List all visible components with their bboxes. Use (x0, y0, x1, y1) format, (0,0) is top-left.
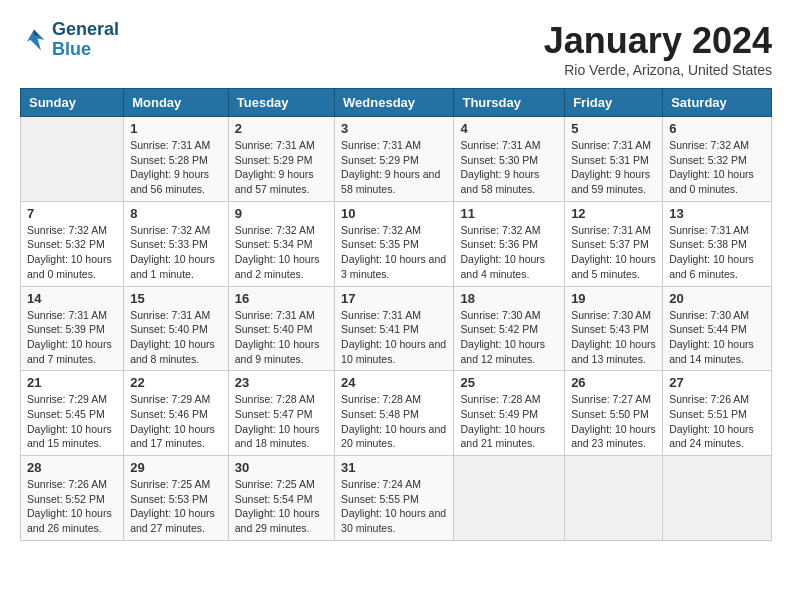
sunrise-label: Sunrise: 7:26 AM (27, 478, 107, 490)
day-info: Sunrise: 7:31 AM Sunset: 5:29 PM Dayligh… (235, 138, 328, 197)
sunset-label: Sunset: 5:34 PM (235, 238, 313, 250)
sunset-label: Sunset: 5:54 PM (235, 493, 313, 505)
sunset-label: Sunset: 5:44 PM (669, 323, 747, 335)
day-info: Sunrise: 7:32 AM Sunset: 5:35 PM Dayligh… (341, 223, 447, 282)
calendar-cell: 5 Sunrise: 7:31 AM Sunset: 5:31 PM Dayli… (565, 117, 663, 202)
day-info: Sunrise: 7:31 AM Sunset: 5:41 PM Dayligh… (341, 308, 447, 367)
day-info: Sunrise: 7:28 AM Sunset: 5:49 PM Dayligh… (460, 392, 558, 451)
calendar-cell: 7 Sunrise: 7:32 AM Sunset: 5:32 PM Dayli… (21, 201, 124, 286)
day-info: Sunrise: 7:31 AM Sunset: 5:40 PM Dayligh… (130, 308, 222, 367)
sunrise-label: Sunrise: 7:29 AM (130, 393, 210, 405)
sunrise-label: Sunrise: 7:31 AM (341, 139, 421, 151)
day-number: 4 (460, 121, 558, 136)
sunset-label: Sunset: 5:38 PM (669, 238, 747, 250)
day-info: Sunrise: 7:32 AM Sunset: 5:36 PM Dayligh… (460, 223, 558, 282)
sunset-label: Sunset: 5:39 PM (27, 323, 105, 335)
calendar-cell: 27 Sunrise: 7:26 AM Sunset: 5:51 PM Dayl… (663, 371, 772, 456)
calendar-cell: 29 Sunrise: 7:25 AM Sunset: 5:53 PM Dayl… (124, 456, 229, 541)
logo-text: General Blue (52, 20, 119, 60)
sunset-label: Sunset: 5:53 PM (130, 493, 208, 505)
sunset-label: Sunset: 5:36 PM (460, 238, 538, 250)
sunset-label: Sunset: 5:50 PM (571, 408, 649, 420)
day-number: 14 (27, 291, 117, 306)
sunrise-label: Sunrise: 7:31 AM (460, 139, 540, 151)
sunrise-label: Sunrise: 7:30 AM (460, 309, 540, 321)
daylight-label: Daylight: 9 hours and 59 minutes. (571, 168, 650, 195)
sunset-label: Sunset: 5:47 PM (235, 408, 313, 420)
calendar-week-row: 28 Sunrise: 7:26 AM Sunset: 5:52 PM Dayl… (21, 456, 772, 541)
daylight-label: Daylight: 10 hours and 6 minutes. (669, 253, 754, 280)
day-number: 6 (669, 121, 765, 136)
sunrise-label: Sunrise: 7:32 AM (341, 224, 421, 236)
day-number: 13 (669, 206, 765, 221)
day-info: Sunrise: 7:28 AM Sunset: 5:47 PM Dayligh… (235, 392, 328, 451)
day-number: 10 (341, 206, 447, 221)
day-info: Sunrise: 7:32 AM Sunset: 5:32 PM Dayligh… (669, 138, 765, 197)
day-header-thursday: Thursday (454, 89, 565, 117)
day-info: Sunrise: 7:31 AM Sunset: 5:30 PM Dayligh… (460, 138, 558, 197)
sunset-label: Sunset: 5:51 PM (669, 408, 747, 420)
day-number: 26 (571, 375, 656, 390)
calendar-cell: 2 Sunrise: 7:31 AM Sunset: 5:29 PM Dayli… (228, 117, 334, 202)
sunrise-label: Sunrise: 7:31 AM (341, 309, 421, 321)
daylight-label: Daylight: 10 hours and 27 minutes. (130, 507, 215, 534)
sunrise-label: Sunrise: 7:30 AM (669, 309, 749, 321)
calendar-week-row: 1 Sunrise: 7:31 AM Sunset: 5:28 PM Dayli… (21, 117, 772, 202)
calendar-week-row: 14 Sunrise: 7:31 AM Sunset: 5:39 PM Dayl… (21, 286, 772, 371)
day-info: Sunrise: 7:31 AM Sunset: 5:38 PM Dayligh… (669, 223, 765, 282)
sunrise-label: Sunrise: 7:24 AM (341, 478, 421, 490)
daylight-label: Daylight: 10 hours and 24 minutes. (669, 423, 754, 450)
daylight-label: Daylight: 10 hours and 26 minutes. (27, 507, 112, 534)
sunrise-label: Sunrise: 7:31 AM (130, 139, 210, 151)
logo: General Blue (20, 20, 119, 60)
day-info: Sunrise: 7:32 AM Sunset: 5:33 PM Dayligh… (130, 223, 222, 282)
sunrise-label: Sunrise: 7:32 AM (27, 224, 107, 236)
day-number: 11 (460, 206, 558, 221)
daylight-label: Daylight: 10 hours and 14 minutes. (669, 338, 754, 365)
daylight-label: Daylight: 10 hours and 15 minutes. (27, 423, 112, 450)
daylight-label: Daylight: 10 hours and 0 minutes. (27, 253, 112, 280)
calendar-cell: 18 Sunrise: 7:30 AM Sunset: 5:42 PM Dayl… (454, 286, 565, 371)
calendar-cell: 1 Sunrise: 7:31 AM Sunset: 5:28 PM Dayli… (124, 117, 229, 202)
day-info: Sunrise: 7:24 AM Sunset: 5:55 PM Dayligh… (341, 477, 447, 536)
day-number: 12 (571, 206, 656, 221)
day-number: 27 (669, 375, 765, 390)
sunset-label: Sunset: 5:40 PM (235, 323, 313, 335)
day-info: Sunrise: 7:26 AM Sunset: 5:52 PM Dayligh… (27, 477, 117, 536)
calendar-cell (454, 456, 565, 541)
day-number: 15 (130, 291, 222, 306)
sunrise-label: Sunrise: 7:29 AM (27, 393, 107, 405)
day-number: 18 (460, 291, 558, 306)
day-info: Sunrise: 7:31 AM Sunset: 5:29 PM Dayligh… (341, 138, 447, 197)
daylight-label: Daylight: 10 hours and 21 minutes. (460, 423, 545, 450)
day-info: Sunrise: 7:31 AM Sunset: 5:37 PM Dayligh… (571, 223, 656, 282)
sunset-label: Sunset: 5:40 PM (130, 323, 208, 335)
calendar-cell: 3 Sunrise: 7:31 AM Sunset: 5:29 PM Dayli… (335, 117, 454, 202)
calendar-cell: 14 Sunrise: 7:31 AM Sunset: 5:39 PM Dayl… (21, 286, 124, 371)
page-header: General Blue January 2024 Rio Verde, Ari… (20, 20, 772, 78)
sunset-label: Sunset: 5:30 PM (460, 154, 538, 166)
calendar-table: SundayMondayTuesdayWednesdayThursdayFrid… (20, 88, 772, 541)
day-info: Sunrise: 7:30 AM Sunset: 5:43 PM Dayligh… (571, 308, 656, 367)
calendar-cell: 25 Sunrise: 7:28 AM Sunset: 5:49 PM Dayl… (454, 371, 565, 456)
daylight-label: Daylight: 9 hours and 58 minutes. (460, 168, 539, 195)
daylight-label: Daylight: 10 hours and 12 minutes. (460, 338, 545, 365)
calendar-cell: 26 Sunrise: 7:27 AM Sunset: 5:50 PM Dayl… (565, 371, 663, 456)
daylight-label: Daylight: 10 hours and 1 minute. (130, 253, 215, 280)
day-number: 29 (130, 460, 222, 475)
calendar-subtitle: Rio Verde, Arizona, United States (544, 62, 772, 78)
daylight-label: Daylight: 10 hours and 5 minutes. (571, 253, 656, 280)
day-header-friday: Friday (565, 89, 663, 117)
day-number: 21 (27, 375, 117, 390)
sunset-label: Sunset: 5:32 PM (27, 238, 105, 250)
sunrise-label: Sunrise: 7:32 AM (235, 224, 315, 236)
sunrise-label: Sunrise: 7:31 AM (27, 309, 107, 321)
day-info: Sunrise: 7:29 AM Sunset: 5:45 PM Dayligh… (27, 392, 117, 451)
day-number: 3 (341, 121, 447, 136)
day-number: 17 (341, 291, 447, 306)
day-header-saturday: Saturday (663, 89, 772, 117)
day-header-tuesday: Tuesday (228, 89, 334, 117)
calendar-cell: 19 Sunrise: 7:30 AM Sunset: 5:43 PM Dayl… (565, 286, 663, 371)
sunrise-label: Sunrise: 7:31 AM (571, 224, 651, 236)
calendar-cell: 17 Sunrise: 7:31 AM Sunset: 5:41 PM Dayl… (335, 286, 454, 371)
